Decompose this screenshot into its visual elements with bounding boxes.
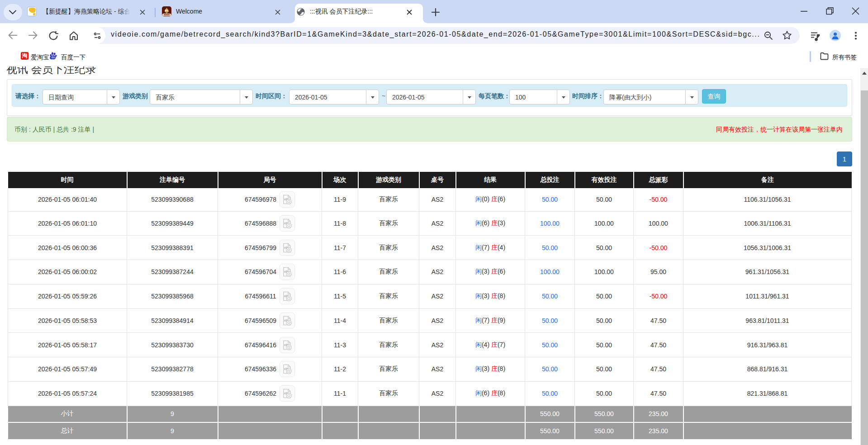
svg-text:du: du [52,56,55,59]
